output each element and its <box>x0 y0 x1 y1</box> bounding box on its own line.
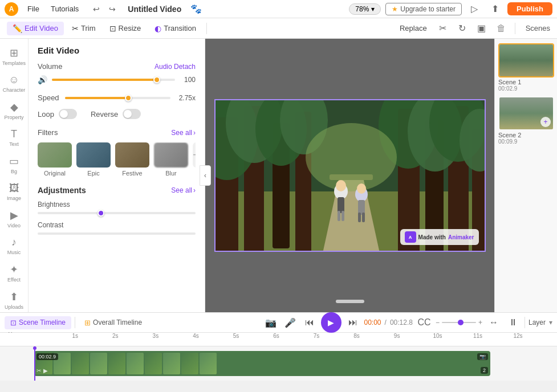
transition-button[interactable]: ◐ Transition <box>149 22 202 35</box>
speed-slider[interactable] <box>65 97 170 99</box>
skip-back-button[interactable]: ⏮ <box>302 315 318 330</box>
trim-button[interactable]: ✂ Trim <box>66 22 101 35</box>
adj-see-all-label: See all <box>171 186 192 194</box>
tutorials-menu[interactable]: Tutorials <box>46 3 83 14</box>
filters-see-all[interactable]: See all › <box>171 129 196 137</box>
video-track-clip[interactable]: 00:02.9 📷 ✂ ▶ 2 <box>34 351 490 376</box>
undo-button[interactable]: ↩ <box>90 3 103 15</box>
scene-add-button[interactable]: + <box>540 117 551 127</box>
replace-button[interactable]: Replace <box>395 22 432 35</box>
sidebar-item-property[interactable]: ◆ Property <box>2 97 27 124</box>
sidebar-item-video[interactable]: ▶ Video <box>2 206 27 232</box>
clip-cam-badge: 📷 <box>477 353 488 360</box>
svg-rect-30 <box>330 174 373 180</box>
adj-chevron-icon: › <box>193 186 196 194</box>
video-icon: ▶ <box>10 209 18 222</box>
transition-label: Transition <box>164 24 196 32</box>
reverse-toggle[interactable] <box>123 109 141 119</box>
adjustments-see-all[interactable]: See all › <box>171 186 196 194</box>
timeline-tab-divider <box>75 317 75 328</box>
layer-chevron-icon[interactable]: ▾ <box>549 318 552 326</box>
sidebar-item-uploads[interactable]: ⬆ Uploads <box>2 287 27 313</box>
track-cut-icon: ✂ <box>36 368 41 374</box>
edit-video-button[interactable]: ✏️ Edit Video <box>7 22 64 35</box>
uploads-icon: ⬆ <box>10 291 18 303</box>
adjustments-header: Adjustments See all › <box>38 186 196 195</box>
overall-timeline-icon: ⊞ <box>84 318 91 327</box>
sidebar-item-text[interactable]: T Text <box>2 125 27 150</box>
redo-button[interactable]: ↪ <box>106 3 119 15</box>
brightness-label: Brightness <box>38 201 196 209</box>
filter-add-button[interactable]: + <box>193 142 196 168</box>
sidebar-item-character[interactable]: ☺ Character <box>2 71 27 96</box>
crop-button[interactable]: ✂ <box>435 21 451 36</box>
zoom-plus-icon[interactable]: + <box>478 318 482 326</box>
volume-slider[interactable] <box>52 79 175 81</box>
transition-icon: ◐ <box>155 24 161 33</box>
filter-original[interactable]: Original <box>38 142 72 177</box>
adjustments-label: Adjustments <box>38 186 86 195</box>
play-preview-button[interactable]: ▷ <box>466 1 482 17</box>
pause-segments-button[interactable]: ⏸ <box>505 315 521 330</box>
zoom-thumb[interactable] <box>458 320 464 325</box>
animaker-logo-icon: A <box>405 231 416 243</box>
speed-label: Speed <box>38 93 60 102</box>
zoom-minus-icon[interactable]: − <box>436 318 440 326</box>
frame-6 <box>127 353 144 374</box>
filter-epic[interactable]: Epic <box>76 142 111 177</box>
mic-button[interactable]: 🎤 <box>282 315 298 330</box>
scene-timeline-label: Scene Timeline <box>19 318 66 326</box>
timeline-controls: 📷 🎤 ⏮ ▶ ⏭ 00:00 / 00:12.8 CC − + ↔ ⏸ Lay… <box>263 312 552 333</box>
sidebar-item-templates[interactable]: ⊞ Templates <box>2 43 27 70</box>
split-button[interactable]: ▣ <box>474 21 490 36</box>
captions-button[interactable]: CC <box>416 315 432 330</box>
play-button[interactable]: ▶ <box>321 312 341 333</box>
video-label: Video <box>7 223 21 228</box>
overall-timeline-tab[interactable]: ⊞ Overall Timeline <box>79 316 148 329</box>
tick-3s: 3s <box>153 333 159 339</box>
publish-button[interactable]: Publish <box>507 2 552 15</box>
loop-button[interactable]: ↻ <box>454 21 470 36</box>
sidebar-item-image[interactable]: 🖼 Image <box>2 179 27 205</box>
contrast-row: Contrast <box>38 221 196 235</box>
overall-timeline-label: Overall Timeline <box>93 318 142 326</box>
skip-forward-button[interactable]: ⏭ <box>345 315 361 330</box>
track-video-icon: ▶ <box>43 368 48 374</box>
contrast-slider[interactable] <box>38 232 196 235</box>
loop-label: Loop <box>38 110 54 119</box>
expand-button[interactable]: ↔ <box>486 315 502 330</box>
loop-toggle[interactable] <box>59 109 77 119</box>
brightness-slider[interactable] <box>38 212 196 214</box>
file-menu[interactable]: File <box>23 3 44 14</box>
toggle-row: Loop Reverse <box>38 109 196 119</box>
scene-timeline-tab[interactable]: ⊡ Scene Timeline <box>5 316 71 329</box>
share-button[interactable]: ⬆ <box>487 1 503 17</box>
sidebar-item-music[interactable]: ♪ Music <box>2 233 27 259</box>
filter-blur[interactable]: Blur <box>154 142 188 177</box>
cloud-save-icon: 🐾 <box>190 3 202 14</box>
scene-thumb-1[interactable] <box>498 43 554 77</box>
frame-7 <box>145 353 162 374</box>
text-icon: T <box>11 128 17 140</box>
sidebar-item-bg[interactable]: ▭ Bg <box>2 152 27 178</box>
edit-icon: ✏️ <box>13 24 22 33</box>
filters-grid: Original Epic Festive Blur + <box>38 142 196 177</box>
camera-button[interactable]: 📷 <box>263 315 279 330</box>
zoom-control[interactable]: 78% ▾ <box>349 3 381 15</box>
scene-thumb-2[interactable]: + <box>498 96 554 130</box>
sidebar-item-effect[interactable]: ✦ Effect <box>2 260 27 286</box>
bg-label: Bg <box>11 169 17 174</box>
upgrade-button[interactable]: ★ Upgrade to starter <box>385 3 462 15</box>
delete-button[interactable]: 🗑 <box>493 21 509 36</box>
filter-festive[interactable]: Festive <box>115 142 149 177</box>
frame-3 <box>72 353 89 374</box>
filter-festive-name: Festive <box>122 170 142 177</box>
filter-blur-name: Blur <box>165 170 177 177</box>
tick-10s: 10s <box>433 333 442 339</box>
toolbar: ✏️ Edit Video ✂ Trim ⊡ Resize ◐ Transiti… <box>0 18 557 39</box>
resize-button[interactable]: ⊡ Resize <box>104 22 147 35</box>
app-logo[interactable]: A <box>5 2 18 16</box>
collapse-panel-button[interactable]: ‹ <box>200 165 211 186</box>
audio-detach-button[interactable]: Audio Detach <box>155 63 196 71</box>
brightness-row: Brightness <box>38 201 196 214</box>
